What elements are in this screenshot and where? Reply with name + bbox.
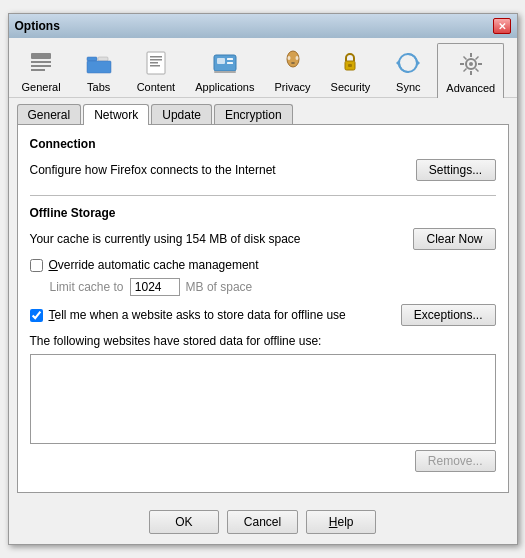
svg-rect-9	[150, 59, 162, 61]
remove-button[interactable]: Remove...	[415, 450, 496, 472]
offline-storage-label: Offline Storage	[30, 206, 496, 220]
toolbar-item-privacy[interactable]: Privacy	[266, 42, 320, 97]
applications-icon	[209, 47, 241, 79]
remove-row: Remove...	[30, 450, 496, 472]
connection-section-label: Connection	[30, 137, 496, 151]
toolbar-label-privacy: Privacy	[275, 81, 311, 93]
limit-cache-row: Limit cache to MB of space	[50, 278, 496, 296]
tell-me-label: Tell me when a website asks to store dat…	[49, 308, 346, 322]
toolbar-label-content: Content	[137, 81, 176, 93]
offline-storage-section: Offline Storage Your cache is currently …	[30, 206, 496, 472]
limit-label: Limit cache to	[50, 280, 124, 294]
options-window: Options ✕ General	[8, 13, 518, 545]
svg-line-34	[475, 57, 478, 60]
tab-general[interactable]: General	[17, 104, 82, 125]
svg-rect-14	[227, 58, 233, 60]
toolbar-item-advanced[interactable]: Advanced	[437, 43, 504, 98]
clear-now-button[interactable]: Clear Now	[413, 228, 495, 250]
svg-rect-5	[98, 57, 108, 61]
override-cache-checkbox[interactable]	[30, 259, 43, 272]
tell-me-checkbox-row: Tell me when a website asks to store dat…	[30, 308, 346, 322]
toolbar-label-sync: Sync	[396, 81, 420, 93]
help-button[interactable]: Help	[306, 510, 376, 534]
svg-rect-15	[227, 62, 233, 64]
toolbar-item-security[interactable]: Security	[322, 42, 380, 97]
advanced-icon	[455, 48, 487, 80]
tabs-area: General Network Update Encryption	[9, 98, 517, 125]
connection-row: Configure how Firefox connects to the In…	[30, 159, 496, 181]
footer-buttons: OK Cancel Help	[9, 502, 517, 544]
tell-me-row: Tell me when a website asks to store dat…	[30, 304, 496, 326]
tell-me-label-text: ell me when a website asks to store data…	[55, 308, 346, 322]
cache-info-row: Your cache is currently using 154 MB of …	[30, 228, 496, 250]
override-cache-label: Override automatic cache management	[49, 258, 259, 272]
tell-me-checkbox[interactable]	[30, 309, 43, 322]
svg-rect-13	[217, 58, 225, 64]
toolbar-item-tabs[interactable]: Tabs	[72, 42, 126, 97]
svg-marker-24	[416, 59, 420, 67]
svg-rect-2	[31, 65, 51, 67]
settings-button[interactable]: Settings...	[416, 159, 496, 181]
svg-line-33	[475, 69, 478, 72]
svg-rect-22	[348, 64, 352, 67]
limit-unit: MB of space	[186, 280, 253, 294]
tab-network[interactable]: Network	[83, 104, 149, 125]
svg-rect-11	[150, 65, 160, 67]
svg-line-35	[463, 69, 466, 72]
svg-rect-10	[150, 62, 158, 64]
svg-point-20	[291, 62, 295, 64]
svg-rect-4	[87, 57, 97, 61]
svg-rect-0	[31, 53, 51, 59]
toolbar-item-content[interactable]: Content	[128, 42, 185, 97]
cache-limit-input[interactable]	[130, 278, 180, 296]
tab-encryption[interactable]: Encryption	[214, 104, 293, 125]
svg-rect-6	[87, 61, 111, 73]
svg-marker-25	[396, 59, 400, 67]
sync-icon	[392, 47, 424, 79]
websites-list	[30, 354, 496, 444]
tab-row: General Network Update Encryption	[17, 104, 509, 125]
tabs-icon	[83, 47, 115, 79]
svg-point-27	[469, 62, 473, 66]
privacy-icon	[277, 47, 309, 79]
override-cache-label-text: verride automatic cache management	[58, 258, 259, 272]
toolbar-label-security: Security	[331, 81, 371, 93]
svg-rect-1	[31, 61, 51, 63]
divider-1	[30, 195, 496, 196]
toolbar-item-general[interactable]: General	[13, 42, 70, 97]
svg-rect-3	[31, 69, 45, 71]
exceptions-button[interactable]: Exceptions...	[401, 304, 496, 326]
svg-point-19	[295, 56, 298, 60]
svg-line-32	[463, 57, 466, 60]
close-button[interactable]: ✕	[493, 18, 511, 34]
ok-button[interactable]: OK	[149, 510, 219, 534]
svg-rect-16	[214, 71, 236, 73]
toolbar-item-applications[interactable]: Applications	[186, 42, 263, 97]
content-area: Connection Configure how Firefox connect…	[17, 124, 509, 493]
connection-description: Configure how Firefox connects to the In…	[30, 163, 276, 177]
tab-update[interactable]: Update	[151, 104, 212, 125]
svg-point-18	[287, 56, 290, 60]
main-toolbar: General Tabs Con	[9, 38, 517, 98]
toolbar-label-advanced: Advanced	[446, 82, 495, 94]
override-cache-row: Override automatic cache management	[30, 258, 496, 272]
cache-info-text: Your cache is currently using 154 MB of …	[30, 232, 301, 246]
svg-rect-8	[150, 56, 162, 58]
title-bar: Options ✕	[9, 14, 517, 38]
websites-label: The following websites have stored data …	[30, 334, 496, 348]
cancel-button[interactable]: Cancel	[227, 510, 298, 534]
toolbar-label-applications: Applications	[195, 81, 254, 93]
security-icon	[334, 47, 366, 79]
toolbar-label-general: General	[22, 81, 61, 93]
general-icon	[25, 47, 57, 79]
toolbar-item-sync[interactable]: Sync	[381, 42, 435, 97]
help-underline: Help	[329, 515, 354, 529]
toolbar-label-tabs: Tabs	[87, 81, 110, 93]
content-icon	[140, 47, 172, 79]
window-title: Options	[15, 19, 60, 33]
